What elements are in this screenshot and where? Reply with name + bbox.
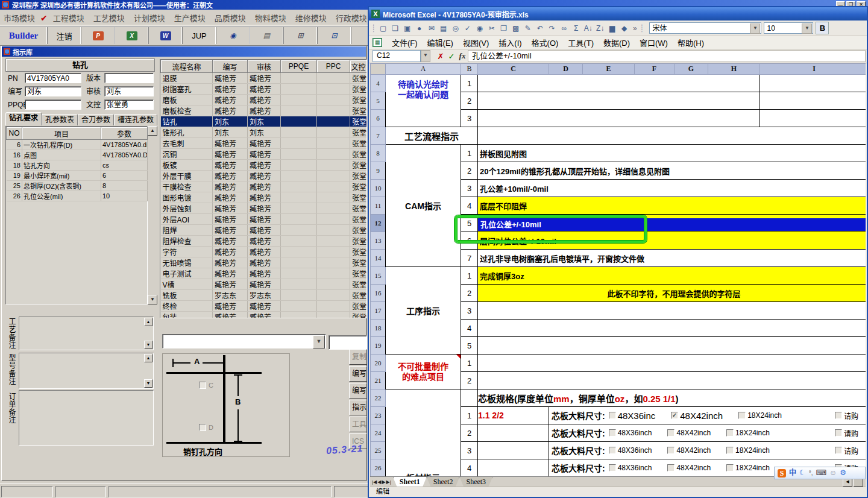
checkbox-purchase[interactable] [835,429,842,437]
cell-flow-header[interactable]: 工艺流程指示 [386,127,478,145]
scroll-up-icon[interactable]: ▲ [148,126,157,136]
workstation-button[interactable]: ⊡ [318,27,351,44]
order-note-box[interactable] [19,390,154,446]
writer-field[interactable]: 刘东 [25,86,81,96]
checkbox-48x42[interactable] [667,447,675,454]
instruction-button[interactable]: 指示 [349,400,367,415]
ppqe-field[interactable] [25,99,81,110]
flow-row[interactable]: 钻孔 刘东 刘东 张堂勇 [161,116,367,127]
cell-b4[interactable]: 1 [461,75,478,92]
cell-c6[interactable] [478,110,760,127]
menu-process[interactable]: 工艺模块 [93,12,125,24]
drill-param-row[interactable]: 25 总铜厚(OZ)(含表铜) 8 [7,181,148,191]
flow-row[interactable]: 终检 臧艳芳 臧艳芳 张堂勇 [161,301,367,312]
cell-cam-1[interactable]: 拼板图见附图 [478,145,866,162]
last-sheet-icon[interactable]: ▶| [386,479,391,485]
checkbox-purchase[interactable] [835,447,842,454]
cell-core-value-2[interactable] [478,424,549,442]
model-note-box[interactable]: ▲ ▼ [19,353,154,389]
drill-param-row[interactable]: 26 孔位公差(mil) 10 [7,191,148,201]
scroll-down-icon[interactable]: ▼ [144,341,153,349]
view-button[interactable]: ◉ [216,27,250,44]
col-param[interactable]: 参数 [101,127,148,140]
col-header-d[interactable]: D [549,64,583,75]
excel-menu-item[interactable]: 窗口(W) [640,37,668,48]
flow-row[interactable]: 去毛刺 臧艳芳 臧艳芳 张堂勇 [161,138,367,149]
network-button[interactable]: ⊞ [284,27,318,44]
col-header-f[interactable]: F [635,64,675,75]
pn-field[interactable]: 4V17805YA0 [25,73,81,83]
scroll-down-icon[interactable]: ▼ [144,379,153,388]
flow-row[interactable]: 阻焊检查 臧艳芳 臧艳芳 张堂勇 [161,236,367,247]
excel-toolbar-icon[interactable]: Σ [570,23,582,34]
menu-material[interactable]: 物料模块 [255,12,286,24]
col-header-g[interactable]: G [675,64,708,75]
chevron-down-icon[interactable]: ▼ [802,24,812,34]
report-button[interactable]: P [81,27,115,44]
checkbox-48x42[interactable] [667,464,675,471]
drill-param-row[interactable]: 19 最小焊环宽(mil) 6 [7,171,148,181]
excel-menu-item[interactable]: 插入(I) [498,37,521,48]
cell-core-spec-title[interactable]: 芯板规格(厚度单位mm，铜厚单位oz，如0.25 1/1) [478,389,866,407]
select-all-corner[interactable] [371,64,386,75]
audit-field[interactable]: 刘东 [104,86,154,96]
scroll-down-icon[interactable]: ▼ [148,295,157,304]
menu-quality[interactable]: 品质模块 [215,12,246,24]
menu-market[interactable]: 市场模块 [4,12,35,24]
menu-maintenance[interactable]: 维修模块 [295,12,327,24]
scroll-up-icon[interactable]: ▲ [144,318,153,326]
cell-cam-7[interactable]: 过孔非导电树脂塞孔后电镀填平，开窗按文件做 [478,250,866,267]
excel-toolbar-icon[interactable]: ✓ [462,23,473,34]
logout-button[interactable]: 注销 [48,27,81,44]
checkbox-48x36[interactable] [609,447,616,454]
doc-control-field[interactable]: 张堂勇 [104,99,154,110]
tab-drill-requirements[interactable]: 钻孔要求 [5,112,42,125]
excel-menu-item[interactable]: 编辑(E) [427,37,453,48]
cell-confirm-label[interactable]: 待确认光绘时一起确认问题 [386,75,461,127]
cell-b6[interactable]: 3 [461,110,478,127]
flow-row[interactable]: 无铅喷锡 臧艳芳 臧艳芳 张堂勇 [161,257,367,268]
sogou-logo-icon[interactable]: S [778,469,786,478]
enter-icon[interactable]: ✓ [446,52,457,61]
cell-cam-label[interactable]: CAM指示 [386,145,461,267]
excel-button[interactable]: X [115,27,149,44]
cell-cam-4[interactable]: 底层不印阻焊 [478,197,866,215]
cell-core-value-3[interactable] [478,442,549,459]
col-ppc[interactable]: PPC [317,60,350,73]
version-field[interactable] [104,73,154,83]
cell-core-value-4[interactable] [478,459,549,477]
checkbox-18x24[interactable] [726,447,734,454]
drill-param-row[interactable]: 16 点图 4V17805YA0.D [7,150,148,160]
jup-button[interactable]: JUP [183,27,216,44]
excel-toolbar-icon[interactable]: ↶ [534,23,546,34]
excel-toolbar-icon[interactable]: ❏ [389,23,401,34]
excel-toolbar-icon[interactable]: ▤ [438,23,449,34]
excel-toolbar-icon[interactable]: ▆ [606,23,618,34]
excel-toolbar-icon[interactable]: ✂ [486,23,497,34]
cell-i6[interactable] [760,110,866,127]
chinese-mode-icon[interactable]: 中 [789,467,796,479]
excel-toolbar-icon[interactable]: ▢ [377,23,389,34]
col-header-e[interactable]: E [583,64,635,75]
write-button-1[interactable]: 编写 [349,366,367,382]
menu-production[interactable]: 生产模块 [174,12,206,24]
excel-menu-item[interactable]: 视图(V) [463,37,489,48]
font-size-combobox[interactable]: 10▼ [764,22,813,34]
next-sheet-icon[interactable]: ▶ [382,479,385,485]
excel-menu-item[interactable]: 文件(F) [392,37,418,48]
cell-proc-3[interactable] [478,302,866,320]
mini-field[interactable] [329,335,367,350]
col-header-b[interactable]: B [461,64,478,75]
softkeyboard-icon[interactable]: ⌨ [816,467,826,479]
first-sheet-icon[interactable]: |◀ [372,479,377,485]
chevron-down-icon[interactable]: ▼ [313,335,325,348]
tool-button[interactable]: 工具 [349,417,367,432]
flow-row[interactable]: 字符 臧艳芳 臧艳芳 张堂勇 [161,247,367,257]
col-item[interactable]: 项目 [22,127,101,140]
excel-toolbar-icon[interactable]: ▩ [510,23,521,34]
cell-c4[interactable] [478,75,760,92]
col-no[interactable]: NO [7,127,22,140]
flow-row[interactable]: 锥形孔 刘东 刘东 张堂勇 [161,127,367,138]
flow-row[interactable]: 磨板检查 臧艳芳 臧艳芳 张堂勇 [161,106,367,116]
cell-proc-1[interactable]: 完成铜厚3oz [478,267,866,285]
